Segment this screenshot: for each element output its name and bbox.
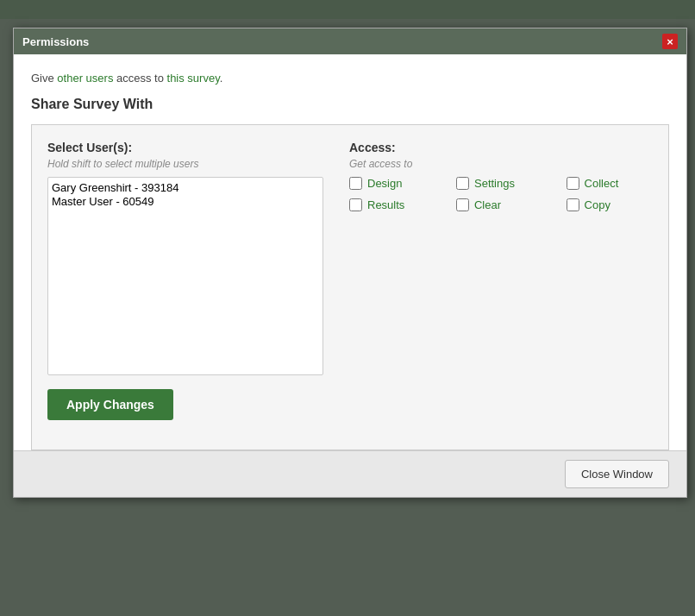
access-item-results: Results — [349, 198, 439, 211]
modal-footer: Close Window — [14, 450, 686, 497]
users-sublabel: Hold shift to select multiple users — [47, 158, 323, 170]
list-item[interactable]: Master User - 60549 — [52, 195, 319, 209]
access-grid: Design Settings Collect — [349, 177, 653, 211]
permissions-modal: Permissions × Give other users access to… — [13, 28, 687, 498]
apply-changes-button[interactable]: Apply Changes — [47, 389, 173, 420]
modal-body: Give other users access to this survey. … — [14, 54, 686, 450]
settings-label[interactable]: Settings — [474, 177, 515, 190]
clear-checkbox[interactable] — [456, 198, 469, 211]
access-label: Access: — [349, 141, 653, 154]
permissions-inner: Select User(s): Hold shift to select mul… — [47, 141, 653, 375]
permissions-box: Select User(s): Hold shift to select mul… — [31, 124, 669, 450]
design-checkbox[interactable] — [349, 177, 362, 190]
user-list[interactable]: Gary Greenshirt - 393184 Master User - 6… — [47, 177, 323, 375]
access-item-design: Design — [349, 177, 439, 190]
design-label[interactable]: Design — [367, 177, 402, 190]
collect-label[interactable]: Collect — [585, 177, 619, 190]
close-window-button[interactable]: Close Window — [565, 460, 669, 488]
users-label: Select User(s): — [47, 141, 323, 154]
results-label[interactable]: Results — [367, 198, 404, 211]
modal-titlebar: Permissions × — [14, 28, 686, 54]
other-users-link[interactable]: other users — [57, 72, 113, 85]
section-title: Share Survey With — [31, 97, 669, 112]
copy-label[interactable]: Copy — [585, 198, 610, 211]
access-column: Access: Get access to Design Settings — [349, 141, 653, 375]
collect-checkbox[interactable] — [567, 177, 579, 190]
access-item-clear: Clear — [456, 198, 549, 211]
results-checkbox[interactable] — [349, 198, 362, 211]
access-sublabel: Get access to — [349, 158, 653, 170]
access-item-copy: Copy — [567, 198, 653, 211]
access-item-collect: Collect — [567, 177, 653, 190]
copy-checkbox[interactable] — [567, 198, 579, 211]
modal-close-icon[interactable]: × — [662, 34, 678, 49]
modal-title: Permissions — [22, 35, 89, 48]
user-select-column: Select User(s): Hold shift to select mul… — [47, 141, 323, 375]
settings-checkbox[interactable] — [456, 177, 469, 190]
access-item-settings: Settings — [456, 177, 549, 190]
list-item[interactable]: Gary Greenshirt - 393184 — [52, 181, 319, 195]
intro-text: Give other users access to this survey. — [31, 72, 669, 85]
survey-link[interactable]: this survey — [167, 72, 220, 85]
clear-label[interactable]: Clear — [474, 198, 501, 211]
